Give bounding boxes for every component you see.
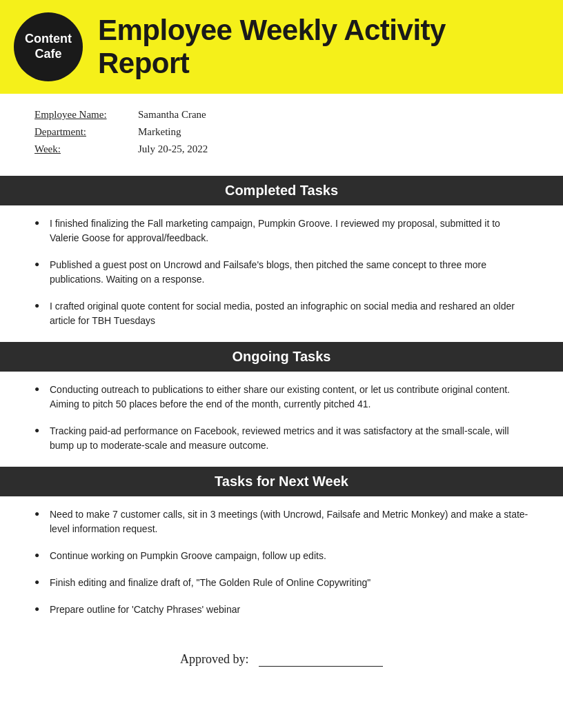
logo: Content Cafe [14, 12, 83, 81]
page-title: Employee Weekly Activity Report [98, 14, 542, 80]
week-label: Week: [34, 143, 138, 155]
list-item: Prepare outline for 'Catchy Phrases' web… [34, 603, 529, 617]
department-value: Marketing [138, 126, 181, 138]
week-value: July 20-25, 2022 [138, 143, 208, 155]
approved-section: Approved by: [0, 631, 563, 694]
department-row: Department: Marketing [34, 126, 529, 138]
list-item: I crafted original quote content for soc… [34, 299, 529, 328]
list-item: Need to make 7 customer calls, sit in 3 … [34, 507, 529, 536]
page-header: Content Cafe Employee Weekly Activity Re… [0, 0, 563, 94]
list-item: I finished finalizing the Fall marketing… [34, 216, 529, 245]
week-row: Week: July 20-25, 2022 [34, 143, 529, 155]
ongoing-tasks-header: Ongoing Tasks [0, 342, 563, 372]
approved-line [259, 651, 383, 667]
name-label: Employee Name: [34, 109, 138, 121]
list-item: Continue working on Pumpkin Groove campa… [34, 549, 529, 563]
completed-tasks-header: Completed Tasks [0, 176, 563, 205]
list-item: Published a guest post on Uncrowd and Fa… [34, 258, 529, 287]
logo-text: Content Cafe [25, 32, 72, 61]
completed-tasks-list: I finished finalizing the Fall marketing… [0, 205, 563, 342]
employee-info-section: Employee Name: Samantha Crane Department… [0, 94, 563, 176]
list-item: Tracking paid-ad performance on Facebook… [34, 424, 529, 453]
approved-label: Approved by: [180, 652, 248, 666]
next-week-tasks-list: Need to make 7 customer calls, sit in 3 … [0, 496, 563, 631]
list-item: Finish editing and finalize draft of, "T… [34, 576, 529, 590]
list-item: Conducting outreach to publications to e… [34, 383, 529, 412]
department-label: Department: [34, 126, 138, 138]
name-value: Samantha Crane [138, 109, 206, 121]
employee-name-row: Employee Name: Samantha Crane [34, 109, 529, 121]
next-week-tasks-header: Tasks for Next Week [0, 467, 563, 496]
ongoing-tasks-list: Conducting outreach to publications to e… [0, 372, 563, 467]
